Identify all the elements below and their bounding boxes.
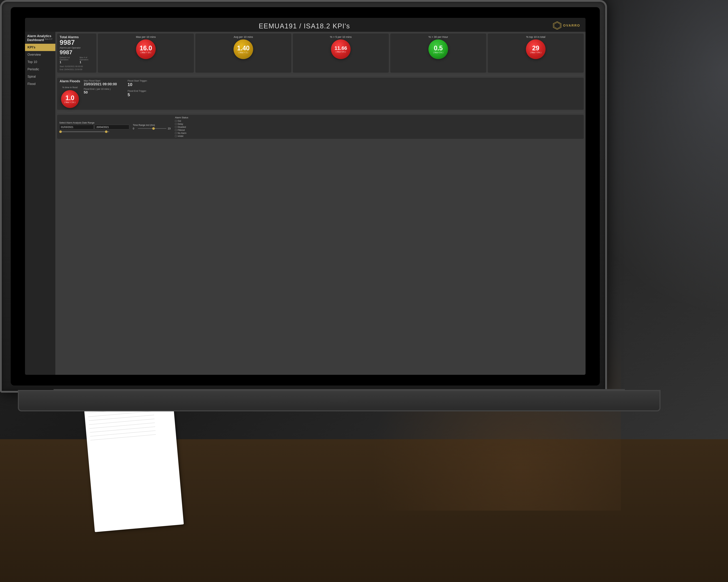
- sidebar-title-area: Alarm Analytics Dashboard Beta 0.07: [25, 32, 55, 44]
- trigger-block: Flood Start Trigger: 10 Flood End Trigge…: [128, 79, 148, 97]
- kpi-label-top10: % top 10 in total: [526, 35, 545, 38]
- end-date-input[interactable]: [95, 125, 129, 129]
- content-area: Total Alarms 9987 Alarms per Operator 99…: [55, 32, 586, 375]
- kpi-label-pct-30: % > 30 per Hour: [428, 35, 448, 38]
- gauge-max-label-pct-5: ( Max=1% ): [336, 51, 346, 53]
- kpi-label-avg-per-10: Avg per 10 mins: [234, 35, 253, 38]
- kpi-card-pct-30: % > 30 per Hour 0.5 ( Max=1% ): [390, 33, 486, 73]
- checkbox-out[interactable]: [175, 120, 177, 122]
- date-slider-right-thumb[interactable]: [105, 130, 107, 133]
- time-max: 23: [168, 127, 172, 130]
- sidebar-item-overview[interactable]: Overview: [25, 51, 55, 58]
- checkbox-disabled[interactable]: [175, 126, 177, 128]
- alarm-status-no-alarm: No Alarm: [175, 132, 188, 134]
- date-range-label: Select Alarm Analysis Date Range: [59, 121, 129, 124]
- alarm-status-panel: Alarm Status Out Delay: [175, 116, 188, 137]
- laptop-base: [18, 390, 660, 412]
- gauge-max-label-avg-per-10: ( Max = 2 ): [239, 51, 248, 54]
- brand-name: OVARRO: [563, 24, 580, 27]
- kpi-card-top10: % top 10 in total 29 ( Max = 5% ): [488, 33, 584, 73]
- flood-gauge-label: % time in flood: [62, 86, 77, 89]
- card-dates: Start: 01/03/2021 00:00:00 End: 20/04/20…: [60, 65, 94, 71]
- screen-top-bar: EEMUA191 / ISA18.2 KPI's OVARRO: [25, 18, 586, 32]
- time-min: 0: [133, 127, 136, 130]
- trackpad-indicator: [330, 400, 348, 401]
- alarm-status-out: Out: [175, 120, 188, 122]
- alarm-status-delay: Delay: [175, 123, 188, 125]
- screen: EEMUA191 / ISA18.2 KPI's OVARRO: [25, 18, 586, 375]
- date-inputs: [59, 125, 129, 129]
- main-title: EEMUA191 / ISA18.2 KPI's: [259, 20, 350, 32]
- laptop-lid: EEMUA191 / ISA18.2 KPI's OVARRO: [0, 0, 607, 393]
- time-slider[interactable]: [138, 128, 166, 129]
- sidebar-item-kpis[interactable]: KPI's: [25, 44, 55, 51]
- notebook: [84, 400, 184, 532]
- gauge-value-avg-per-10: 1.40: [237, 45, 250, 51]
- sidebar-nav: Alarm Analytics Dashboard Beta 0.07 KPI'…: [25, 32, 55, 375]
- gauge-pct-5: 11.66 ( Max=1% ): [331, 39, 350, 59]
- flood-gauge-max: ( Max = 1% ): [64, 101, 76, 103]
- max-flood-start: Max Flood Start: 23/03/2021 09:00:00: [84, 79, 117, 86]
- time-range-section: Time Range incl (hrs) 0 23: [133, 124, 172, 130]
- total-alarms-value: 9987: [60, 39, 94, 46]
- screen-bezel: EEMUA191 / ISA18.2 KPI's OVARRO: [11, 7, 600, 386]
- checkbox-no-alarm[interactable]: [175, 132, 177, 134]
- max-ops: Max # of Operators 1: [80, 56, 94, 64]
- sidebar-item-periodic[interactable]: Periodic: [25, 66, 55, 73]
- alarm-status-label: Alarm Status: [175, 116, 188, 119]
- flood-gauge: 1.0 ( Max = 1% ): [61, 90, 79, 108]
- kpi-card-pct-5: % > 5 per 10 mins 11.66 ( Max=1% ): [293, 33, 389, 73]
- gauge-max-label-max-per-10: ( Max = 10 ): [141, 51, 151, 54]
- alarm-status-inhibit: Inhibit: [175, 135, 188, 137]
- version-badge: Beta 0.07: [45, 38, 52, 40]
- ovarro-hex-icon: [553, 21, 562, 30]
- start-label: Start: 01/03/2021 00:00:00: [60, 65, 94, 68]
- section-divider-2: [57, 112, 584, 112]
- checkbox-filtered[interactable]: [175, 129, 177, 131]
- gauge-avg-per-10: 1.40 ( Max = 2 ): [234, 39, 253, 59]
- top-cards-row: Total Alarms 9987 Alarms per Operator 99…: [57, 33, 584, 73]
- date-range-section: Select Alarm Analysis Date Range: [59, 121, 129, 132]
- svg-marker-1: [554, 23, 560, 29]
- sidebar-item-flood[interactable]: Flood: [25, 80, 55, 88]
- gauge-value-pct-5: 11.66: [335, 46, 347, 51]
- checkbox-inhibit[interactable]: [175, 135, 177, 137]
- kpi-cards-container: Max per 10 mins 16.0 ( Max = 10 ) Avg pe…: [98, 33, 584, 73]
- section-divider: [57, 75, 584, 75]
- sidebar-item-top10[interactable]: Top 10: [25, 58, 55, 66]
- date-slider-left-thumb[interactable]: [59, 130, 62, 133]
- start-date-input[interactable]: [59, 125, 94, 129]
- flood-gauge-value: 1.0: [66, 95, 74, 101]
- default-ops: Default # of Operators 1: [60, 56, 76, 64]
- gauge-max-label-pct-30: ( Max=1% ): [433, 51, 443, 54]
- gauge-pct-30: 0.5 ( Max=1% ): [428, 39, 448, 59]
- alarm-status-disabled: Disabled: [175, 126, 188, 128]
- flood-start-trigger: Flood Start Trigger: 10: [128, 79, 148, 87]
- end-label: End: 20/04/2021 23:59:59: [60, 68, 94, 71]
- time-slider-thumb[interactable]: [152, 127, 155, 130]
- kpi-card-avg-per-10: Avg per 10 mins 1.40 ( Max = 2 ): [195, 33, 291, 73]
- time-range-row: 0 23: [133, 127, 172, 130]
- card-meta: Default # of Operators 1 Max # of Operat…: [60, 56, 94, 64]
- flood-info-block: Max Flood Start: 23/03/2021 09:00:00 Flo…: [84, 79, 117, 95]
- kpi-label-pct-5: % > 5 per 10 mins: [330, 35, 352, 38]
- checkbox-delay[interactable]: [175, 123, 177, 125]
- flood-end: Flood End: ( per 10 mins ) 50: [84, 88, 117, 95]
- ovarro-logo: OVARRO: [553, 21, 580, 30]
- time-range-label: Time Range incl (hrs): [133, 124, 172, 126]
- kpi-label-max-per-10: Max per 10 mins: [136, 35, 156, 38]
- flood-title: Alarm Floods: [60, 79, 80, 83]
- total-alarms-title: Total Alarms: [60, 35, 94, 39]
- app-title: Alarm Analytics Dashboard Beta 0.07: [27, 34, 53, 42]
- gauge-value-pct-30: 0.5: [434, 45, 443, 51]
- gauge-value-max-per-10: 16.0: [139, 45, 152, 51]
- total-alarms-card: Total Alarms 9987 Alarms per Operator 99…: [57, 33, 96, 73]
- alarms-per-op-value: 9987: [60, 49, 94, 56]
- sidebar-item-spiral[interactable]: Spiral: [25, 73, 55, 80]
- bottom-controls: Select Alarm Analysis Date Range: [57, 115, 584, 139]
- svg-marker-0: [553, 22, 561, 29]
- alarm-status-filtered: Filtered: [175, 129, 188, 131]
- gauge-max-label-top10: ( Max = 5% ): [530, 51, 542, 54]
- flood-end-trigger: Flood End Trigger: 5: [128, 89, 148, 97]
- flood-left: Alarm Floods % time in flood 1.0 ( Max =…: [60, 79, 80, 108]
